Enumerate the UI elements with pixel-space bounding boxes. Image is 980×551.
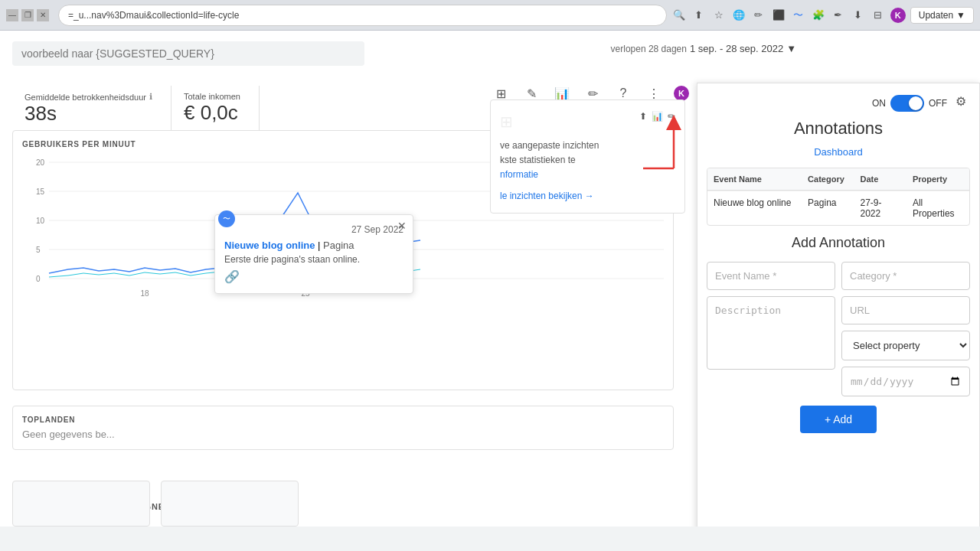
- annotation-dot: 〜: [218, 210, 235, 227]
- form-bottom-row: Select property All Properties: [707, 296, 970, 396]
- date-range-label: verlopen 28 dagen: [611, 44, 687, 54]
- property-select[interactable]: Select property All Properties: [841, 331, 970, 360]
- td-date-0: 27-9-2022: [854, 191, 906, 225]
- td-category-0: Pagina: [802, 191, 854, 225]
- metric-value-1: 38s: [24, 102, 152, 126]
- event-name-input[interactable]: [707, 262, 835, 290]
- table-header: Event Name Category Date Property: [707, 168, 969, 191]
- tooltip-date: 27 Sep 2022: [224, 224, 403, 235]
- toggle-on-label: ON: [872, 98, 886, 109]
- share-icon[interactable]: ⬆: [691, 8, 707, 23]
- toggle-switch[interactable]: [890, 95, 924, 112]
- address-text: =_u...nav%3Dmaui&collectionId=life-cycle: [68, 10, 239, 21]
- date-input[interactable]: [841, 367, 970, 396]
- info-icon-1[interactable]: ℹ: [149, 92, 152, 102]
- metric-betrokkenheid: Gemiddelde betrokkenheidsduur ℹ 38s: [12, 86, 172, 132]
- window-controls: — ❐ ✕: [6, 9, 49, 21]
- metric-label-2: Totale inkomen: [184, 92, 240, 101]
- svg-text:10: 10: [36, 217, 45, 225]
- category-input[interactable]: [841, 262, 970, 290]
- tooltip-close-button[interactable]: ✕: [397, 220, 407, 232]
- update-label: Updaten: [919, 10, 953, 21]
- metrics-row: Gemiddelde betrokkenheidsduur ℹ 38s Tota…: [12, 86, 260, 132]
- avatar-icon[interactable]: K: [890, 8, 906, 23]
- tooltip-description: Eerste drie pagina's staan online.: [224, 254, 403, 265]
- th-category: Category: [802, 168, 854, 190]
- address-bar[interactable]: =_u...nav%3Dmaui&collectionId=life-cycle: [58, 5, 667, 26]
- promo-icons: ⬆ 📊 ✏: [639, 109, 675, 124]
- ext-icon-pen[interactable]: ✒: [831, 8, 846, 23]
- update-button[interactable]: Updaten ▼: [910, 7, 974, 24]
- promo-link[interactable]: nformatie: [500, 169, 538, 180]
- promo-text: ve aangepaste inzichtenkste statistieken…: [500, 139, 675, 183]
- main-area: verlopen 28 dagen 1 sep. - 28 sep. 2022 …: [0, 31, 980, 527]
- toplanden-no-data: Geen gegevens be...: [22, 429, 664, 440]
- dashboard-link[interactable]: Dashboard: [814, 146, 863, 158]
- date-range-value: 1 sep. - 28 sep. 2022: [690, 43, 783, 54]
- campaign-card-1: [12, 481, 150, 527]
- ga-search-area: [12, 41, 364, 66]
- annotation-tooltip: 〜 ✕ 27 Sep 2022 Nieuwe blog online | Pag…: [214, 214, 413, 294]
- browser-toolbar: 🔍 ⬆ ☆ 🌐 ✏ ⬛ 〜 🧩 ✒ ⬇ ⊟ K Updaten ▼: [671, 7, 974, 24]
- promo-see-link[interactable]: le inzichten bekijken →: [500, 189, 675, 204]
- annotations-panel: ON OFF ⚙ Annotations Dashboard Event Nam…: [697, 83, 980, 527]
- promo-share-icon[interactable]: ⬆: [639, 109, 647, 124]
- svg-text:5: 5: [36, 246, 41, 254]
- url-input[interactable]: [841, 296, 970, 324]
- add-annotation-button[interactable]: + Add: [800, 406, 877, 433]
- tooltip-link-icon[interactable]: 🔗: [224, 269, 403, 284]
- ext-icon-puzzle[interactable]: 🧩: [811, 8, 826, 23]
- td-property-0: All Properties: [906, 191, 969, 225]
- svg-text:20: 20: [36, 158, 45, 167]
- metric-inkomen: Totale inkomen € 0,0c: [172, 86, 260, 132]
- metric-value-2: € 0,0c: [184, 101, 240, 125]
- th-property: Property: [906, 168, 969, 190]
- add-annotation-section: Add Annotation Select property All Prope…: [697, 235, 979, 527]
- browser-chrome: — ❐ ✕ =_u...nav%3Dmaui&collectionId=life…: [0, 0, 980, 31]
- chevron-icon: ▼: [956, 10, 965, 21]
- add-annotation-title: Add Annotation: [707, 235, 970, 251]
- campaign-card-2: [161, 481, 299, 527]
- svg-text:0: 0: [36, 275, 41, 283]
- form-top-row: [707, 262, 970, 290]
- ga-search-input[interactable]: [12, 41, 364, 66]
- date-range: verlopen 28 dagen 1 sep. - 28 sep. 2022 …: [611, 43, 796, 54]
- ext-icon-download[interactable]: ⬇: [851, 8, 866, 23]
- ext-icon-1[interactable]: 🌐: [731, 8, 746, 23]
- toplanden-section: TOPLANDEN Geen gegevens be...: [12, 406, 674, 450]
- restore-button[interactable]: ❐: [21, 9, 34, 21]
- th-event-name: Event Name: [707, 168, 802, 190]
- panel-header: ON OFF ⚙ Annotations Dashboard: [697, 88, 979, 168]
- description-textarea[interactable]: [707, 296, 835, 370]
- toggle-knob: [909, 96, 923, 110]
- metric-label-1: Gemiddelde betrokkenheidsduur ℹ: [24, 92, 152, 102]
- ext-icon-2[interactable]: ✏: [751, 8, 766, 23]
- panel-title: Annotations: [707, 119, 970, 139]
- promo-chart-icon[interactable]: 📊: [652, 109, 663, 124]
- svg-text:18: 18: [140, 289, 149, 298]
- tooltip-category: Pagina: [323, 240, 354, 251]
- toplanden-label: TOPLANDEN: [22, 416, 664, 424]
- sidebar-icon[interactable]: ⊟: [871, 8, 886, 23]
- promo-section: ⊞ ve aangepaste inzichtenkste statistiek…: [490, 99, 685, 214]
- toggle-off-label: OFF: [929, 98, 947, 109]
- th-date: Date: [854, 168, 906, 190]
- form-right-column: Select property All Properties: [841, 296, 970, 396]
- ext-icon-active[interactable]: 〜: [791, 8, 806, 23]
- ext-icon-3[interactable]: ⬛: [771, 8, 786, 23]
- tooltip-event-name: Nieuwe blog online: [224, 240, 315, 251]
- tooltip-event: Nieuwe blog online | Pagina: [224, 240, 403, 251]
- search-icon[interactable]: 🔍: [671, 8, 687, 23]
- td-event-name-0: Nieuwe blog online: [707, 191, 802, 225]
- close-button[interactable]: ✕: [37, 9, 49, 21]
- toggle-row: ON OFF ⚙: [707, 94, 970, 112]
- annotations-table: Event Name Category Date Property Nieuwe…: [707, 168, 970, 226]
- table-row: Nieuwe blog online Pagina 27-9-2022 All …: [707, 191, 969, 225]
- date-range-chevron[interactable]: ▼: [786, 43, 796, 54]
- promo-edit-icon[interactable]: ✏: [668, 109, 675, 124]
- user-avatar[interactable]: K: [674, 86, 689, 101]
- bookmark-icon[interactable]: ☆: [711, 8, 727, 23]
- settings-icon[interactable]: ⚙: [952, 94, 970, 112]
- svg-text:15: 15: [36, 187, 45, 196]
- minimize-button[interactable]: —: [6, 9, 18, 21]
